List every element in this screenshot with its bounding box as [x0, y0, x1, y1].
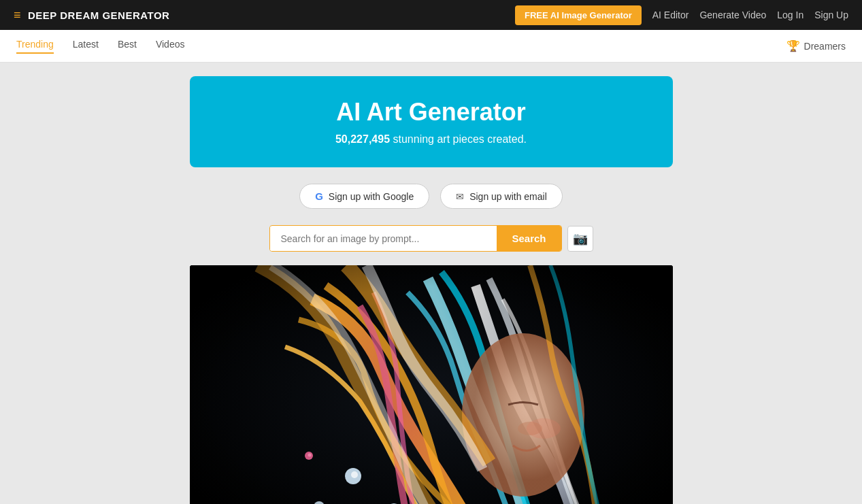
signup-link[interactable]: Sign Up: [814, 10, 848, 20]
search-row: Search 📷: [269, 225, 593, 252]
subnav: Trending Latest Best Videos 🏆 Dreamers: [0, 30, 862, 63]
login-link[interactable]: Log In: [777, 10, 803, 20]
generate-video-link[interactable]: Generate Video: [699, 10, 766, 20]
brand: ≡ DEEP DREAM GENERATOR: [14, 8, 501, 22]
hero-subtitle: 50,227,495 stunning art pieces created.: [217, 133, 646, 146]
email-signup-button[interactable]: ✉ Sign up with email: [440, 184, 563, 209]
menu-icon[interactable]: ≡: [14, 8, 21, 22]
tab-latest[interactable]: Latest: [73, 39, 99, 54]
topnav: ≡ DEEP DREAM GENERATOR FREE AI Image Gen…: [0, 0, 862, 30]
art-svg: [190, 265, 673, 504]
signup-row: G Sign up with Google ✉ Sign up with ema…: [299, 184, 563, 209]
search-input-wrap: Search: [269, 225, 562, 252]
mail-icon: ✉: [456, 191, 464, 202]
ai-editor-link[interactable]: AI Editor: [652, 10, 689, 20]
camera-icon: 📷: [573, 231, 588, 246]
hero-count: 50,227,495: [335, 133, 390, 145]
topnav-right: FREE AI Image Generator AI Editor Genera…: [515, 5, 848, 25]
hero-title: AI Art Generator: [217, 98, 646, 127]
main-content: AI Art Generator 50,227,495 stunning art…: [0, 63, 862, 504]
tab-videos[interactable]: Videos: [156, 39, 185, 54]
dreamers-label: Dreamers: [804, 41, 846, 52]
hero-banner: AI Art Generator 50,227,495 stunning art…: [190, 76, 673, 167]
search-button[interactable]: Search: [497, 226, 561, 251]
subnav-tabs: Trending Latest Best Videos: [16, 39, 786, 54]
google-signup-button[interactable]: G Sign up with Google: [299, 184, 429, 209]
google-icon: G: [315, 190, 323, 202]
brand-name: DEEP DREAM GENERATOR: [28, 10, 169, 21]
dreamers-icon: 🏆: [786, 39, 800, 52]
tab-trending[interactable]: Trending: [16, 39, 54, 54]
email-signup-label: Sign up with email: [469, 191, 547, 202]
hero-subtitle-rest: stunning art pieces created.: [393, 133, 527, 145]
tab-best[interactable]: Best: [118, 39, 137, 54]
subnav-right: 🏆 Dreamers: [786, 39, 846, 52]
featured-image: [190, 265, 673, 504]
svg-rect-15: [190, 265, 673, 504]
featured-image-wrap: [190, 265, 673, 504]
google-signup-label: Sign up with Google: [329, 191, 414, 202]
free-ai-cta-button[interactable]: FREE AI Image Generator: [515, 5, 642, 25]
camera-search-button[interactable]: 📷: [567, 226, 593, 252]
search-input[interactable]: [270, 226, 497, 251]
